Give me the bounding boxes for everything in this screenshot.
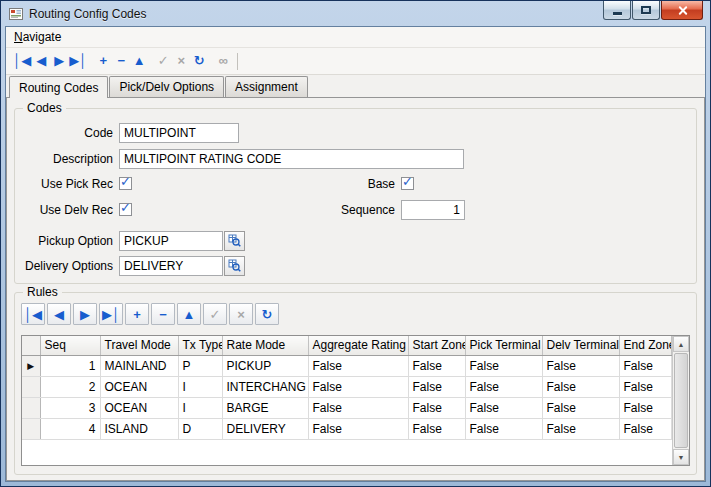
rules-edit-record-icon[interactable]: ▲ [177, 303, 201, 325]
rules-grid-area: SeqTravel ModeTx TypeRate ModeAggregate … [22, 336, 672, 465]
close-button[interactable] [661, 1, 703, 20]
delivery-options-lookup-button[interactable] [224, 256, 245, 276]
grid-cell[interactable]: False [308, 397, 408, 418]
grid-cell[interactable]: MAINLAND [100, 355, 178, 376]
column-header[interactable]: Pick Terminal [465, 336, 542, 355]
column-header[interactable]: Travel Mode [100, 336, 178, 355]
grid-cell[interactable]: 3 [40, 397, 100, 418]
grid-cell[interactable]: False [308, 418, 408, 439]
grid-cell[interactable]: False [465, 418, 542, 439]
column-header[interactable]: Tx Type [178, 336, 222, 355]
row-selector[interactable] [22, 418, 40, 439]
rules-next-record-icon[interactable]: ▶ [73, 303, 97, 325]
prior-record-icon[interactable]: ◀ [32, 52, 50, 70]
rules-first-record-icon[interactable]: │◀ [21, 303, 45, 325]
grid-cell[interactable]: False [619, 397, 672, 418]
rules-insert-record-icon[interactable]: + [125, 303, 149, 325]
grid-cell[interactable]: OCEAN [100, 376, 178, 397]
grid-cell[interactable]: D [178, 418, 222, 439]
grid-cell[interactable]: 2 [40, 376, 100, 397]
grid-cell[interactable]: P [178, 355, 222, 376]
delivery-options-input[interactable] [119, 256, 223, 276]
grid-cell[interactable]: False [308, 355, 408, 376]
use-pick-rec-checkbox[interactable] [119, 177, 132, 190]
grid-cell[interactable]: False [408, 418, 465, 439]
next-record-icon[interactable]: ▶ [50, 52, 68, 70]
row-selector-current[interactable]: ▶ [22, 355, 40, 376]
grid-cell[interactable]: False [308, 376, 408, 397]
grid-cell[interactable]: ISLAND [100, 418, 178, 439]
tab-pick-delv-options[interactable]: Pick/Delv Options [109, 76, 224, 97]
insert-record-icon[interactable]: + [94, 52, 112, 70]
rules-last-record-icon[interactable]: ▶│ [99, 303, 123, 325]
grid-cell[interactable]: False [542, 376, 619, 397]
grid-cell[interactable]: DELIVERY [222, 418, 308, 439]
tab-assignment[interactable]: Assignment [225, 76, 308, 97]
grid-cell[interactable]: BARGE [222, 397, 308, 418]
grid-cell[interactable]: False [465, 355, 542, 376]
column-header[interactable]: Rate Mode [222, 336, 308, 355]
pickup-option-input[interactable] [119, 231, 223, 251]
column-header[interactable]: Delv Terminal [542, 336, 619, 355]
grid-cell[interactable]: False [542, 418, 619, 439]
grid-cell[interactable]: OCEAN [100, 397, 178, 418]
base-checkbox[interactable] [401, 177, 414, 190]
grid-cell[interactable]: False [542, 355, 619, 376]
app-icon [8, 6, 24, 22]
link-icon[interactable]: ∞ [214, 52, 232, 70]
grid-cell[interactable]: False [619, 355, 672, 376]
grid-cell[interactable]: False [619, 418, 672, 439]
pickup-option-lookup-button[interactable] [224, 231, 245, 251]
tabstrip: Routing Codes Pick/Delv Options Assignme… [6, 75, 705, 97]
delete-record-icon[interactable]: − [112, 52, 130, 70]
grid-cell[interactable]: 4 [40, 418, 100, 439]
sequence-input[interactable] [401, 200, 465, 220]
grid-cell[interactable]: 1 [40, 355, 100, 376]
rules-delete-record-icon[interactable]: − [151, 303, 175, 325]
use-delv-rec-checkbox[interactable] [119, 203, 132, 216]
rules-toolbar: │◀◀▶▶│+−▲✓×↻ [21, 303, 281, 325]
grid-cell[interactable]: False [408, 397, 465, 418]
rules-grid-vscrollbar[interactable]: ▲ ▼ [672, 336, 689, 465]
tab-routing-codes[interactable]: Routing Codes [9, 76, 108, 98]
code-label: Code [21, 126, 119, 140]
grid-cell[interactable]: PICKUP [222, 355, 308, 376]
scroll-up-button[interactable]: ▲ [673, 336, 689, 352]
cancel-edit-icon[interactable]: × [172, 52, 190, 70]
grid-cell[interactable]: INTERCHANG [222, 376, 308, 397]
scroll-track[interactable] [673, 352, 689, 449]
main-toolbar: │◀◀▶▶│+−▲✓×↻∞ [6, 48, 705, 75]
grid-cell[interactable]: False [542, 397, 619, 418]
post-edit-icon[interactable]: ✓ [154, 52, 172, 70]
grid-cell[interactable]: False [619, 376, 672, 397]
grid-cell[interactable]: False [408, 376, 465, 397]
minimize-button[interactable] [603, 1, 631, 20]
grid-cell[interactable]: I [178, 376, 222, 397]
codes-group-title: Codes [23, 101, 66, 115]
menu-navigate[interactable]: Navigate [6, 28, 69, 46]
row-selector[interactable] [22, 397, 40, 418]
grid-cell[interactable]: False [465, 376, 542, 397]
rules-post-edit-icon[interactable]: ✓ [203, 303, 227, 325]
scroll-down-button[interactable]: ▼ [673, 449, 689, 465]
grid-cell[interactable]: False [465, 397, 542, 418]
column-header[interactable]: End Zone [619, 336, 672, 355]
maximize-button[interactable] [632, 1, 660, 20]
edit-record-icon[interactable]: ▲ [130, 52, 148, 70]
column-header[interactable]: Seq [40, 336, 100, 355]
description-input[interactable] [119, 149, 464, 169]
last-record-icon[interactable]: ▶│ [68, 52, 88, 70]
delivery-options-label: Delivery Options [21, 259, 119, 273]
row-selector[interactable] [22, 376, 40, 397]
grid-cell[interactable]: I [178, 397, 222, 418]
rules-cancel-edit-icon[interactable]: × [229, 303, 253, 325]
refresh-icon[interactable]: ↻ [190, 52, 208, 70]
column-header[interactable]: Aggregate Rating [308, 336, 408, 355]
grid-cell[interactable]: False [408, 355, 465, 376]
first-record-icon[interactable]: │◀ [12, 52, 32, 70]
scroll-thumb[interactable] [674, 353, 688, 448]
rules-prior-record-icon[interactable]: ◀ [47, 303, 71, 325]
code-input[interactable] [119, 123, 239, 143]
rules-refresh-icon[interactable]: ↻ [255, 303, 279, 325]
column-header[interactable]: Start Zone [408, 336, 465, 355]
